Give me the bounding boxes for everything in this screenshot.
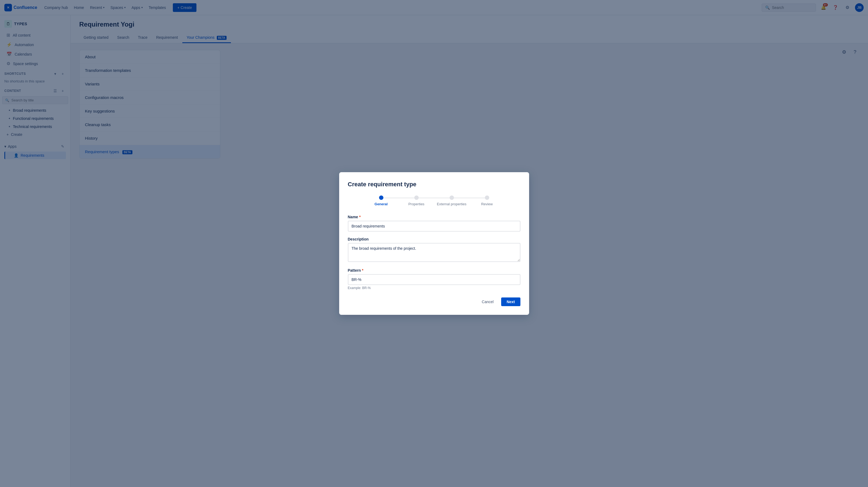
step-dot-general — [379, 195, 383, 200]
pattern-form-group: Pattern * Example: BR-% — [348, 268, 520, 290]
modal-title: Create requirement type — [348, 181, 520, 188]
pattern-input[interactable] — [348, 274, 520, 285]
step-external-properties: External properties — [434, 195, 469, 206]
step-dot-properties — [414, 195, 419, 200]
step-dot-review — [485, 195, 489, 200]
next-button[interactable]: Next — [501, 297, 520, 306]
description-form-group: Description The broad requirements of th… — [348, 237, 520, 263]
stepper: General Properties External properties R… — [348, 195, 520, 206]
modal-overlay[interactable]: Create requirement type General Properti… — [0, 0, 868, 487]
cancel-button[interactable]: Cancel — [477, 297, 498, 306]
name-input[interactable] — [348, 221, 520, 232]
pattern-hint: Example: BR-% — [348, 286, 520, 290]
required-star: * — [359, 215, 361, 219]
required-star-pattern: * — [362, 268, 363, 272]
step-general: General — [364, 195, 399, 206]
name-label: Name * — [348, 215, 520, 219]
name-form-group: Name * — [348, 215, 520, 232]
step-label-review: Review — [481, 202, 493, 206]
pattern-label: Pattern * — [348, 268, 520, 272]
description-textarea[interactable]: The broad requirements of the project. — [348, 243, 520, 262]
step-label-properties: Properties — [408, 202, 424, 206]
step-label-general: General — [374, 202, 388, 206]
description-label: Description — [348, 237, 520, 241]
step-dot-external-properties — [450, 195, 454, 200]
step-review: Review — [469, 195, 505, 206]
step-label-external-properties: External properties — [437, 202, 466, 206]
modal-footer: Cancel Next — [348, 297, 520, 306]
step-properties: Properties — [399, 195, 434, 206]
create-requirement-type-modal: Create requirement type General Properti… — [339, 172, 529, 315]
